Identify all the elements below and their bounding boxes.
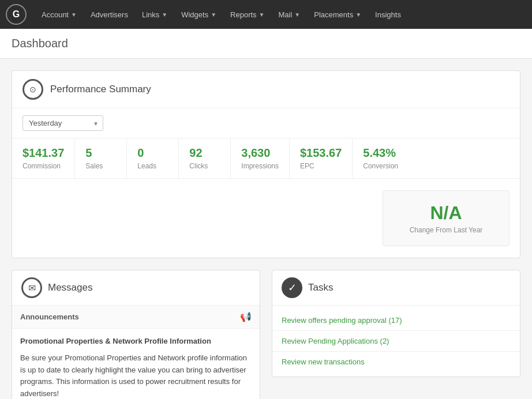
mail-dropdown-arrow: ▼	[294, 12, 300, 18]
metric-clicks: 92 Clicks	[179, 138, 231, 178]
gauge-icon: ⊙	[23, 79, 43, 100]
metric-epc: $153.67 EPC	[290, 138, 353, 178]
commission-value: $141.37	[23, 146, 64, 160]
metric-impressions: 3,630 Impressions	[231, 138, 290, 178]
metric-commission: $141.37 Commission	[12, 138, 75, 178]
bottom-row: ✉ Messages Announcements 📢 Promotional P…	[12, 270, 520, 399]
nia-label: Change From Last Year	[406, 226, 486, 234]
task-item-0[interactable]: Review offers pending approval (17)	[272, 310, 520, 331]
tasks-check-icon: ✓	[282, 277, 302, 298]
impressions-value: 3,630	[241, 146, 279, 160]
conversion-value: 5.43%	[363, 146, 398, 160]
sales-value: 5	[85, 146, 116, 160]
epc-value: $153.67	[300, 146, 342, 160]
page-title: Dashboard	[12, 37, 520, 50]
page-header: Dashboard	[0, 29, 532, 59]
date-dropdown-wrapper: Yesterday Today Last 7 Days Last 30 Days…	[23, 115, 103, 131]
impressions-label: Impressions	[241, 162, 279, 170]
tasks-list: Review offers pending approval (17) Revi…	[272, 306, 520, 377]
tasks-column: ✓ Tasks Review offers pending approval (…	[272, 270, 520, 399]
messages-card: ✉ Messages Announcements 📢 Promotional P…	[12, 270, 260, 399]
sales-label: Sales	[85, 162, 116, 170]
nav-item-widgets[interactable]: Widgets ▼	[175, 7, 222, 22]
tasks-card: ✓ Tasks Review offers pending approval (…	[272, 270, 520, 377]
conversion-label: Conversion	[363, 162, 398, 170]
date-dropdown[interactable]: Yesterday Today Last 7 Days Last 30 Days…	[23, 115, 103, 131]
announcement-body: Be sure your Promotional Properties and …	[20, 352, 252, 399]
leads-label: Leads	[137, 162, 168, 170]
commission-label: Commission	[23, 162, 64, 170]
announcements-header: Announcements 📢	[12, 306, 260, 329]
performance-summary-card: ⊙ Performance Summary Yesterday Today La…	[12, 70, 520, 258]
announcement-title: Promotional Properties & Network Profile…	[20, 336, 252, 348]
announcements-body: Promotional Properties & Network Profile…	[12, 329, 260, 399]
tasks-header: ✓ Tasks	[272, 270, 520, 306]
messages-icon: ✉	[21, 277, 42, 298]
nia-section: N/A Change From Last Year	[12, 179, 520, 258]
epc-label: EPC	[300, 162, 342, 170]
tasks-title: Tasks	[308, 282, 333, 293]
nav-item-account[interactable]: Account ▼	[36, 7, 83, 22]
metrics-row: $141.37 Commission 5 Sales 0 Leads 92 Cl…	[12, 138, 520, 179]
metric-conversion: 5.43% Conversion	[353, 138, 409, 178]
metric-leads: 0 Leads	[127, 138, 179, 178]
date-filter-row: Yesterday Today Last 7 Days Last 30 Days…	[12, 108, 520, 138]
main-content: ⊙ Performance Summary Yesterday Today La…	[0, 59, 532, 399]
nav-item-reports[interactable]: Reports ▼	[224, 7, 270, 22]
reports-dropdown-arrow: ▼	[259, 12, 265, 18]
account-dropdown-arrow: ▼	[71, 12, 77, 18]
leads-value: 0	[137, 146, 168, 160]
performance-summary-header: ⊙ Performance Summary	[12, 71, 520, 108]
app-logo[interactable]: G	[6, 4, 27, 25]
nav-item-mail[interactable]: Mail ▼	[273, 7, 306, 22]
placements-dropdown-arrow: ▼	[355, 12, 361, 18]
widgets-dropdown-arrow: ▼	[211, 12, 216, 18]
clicks-value: 92	[189, 146, 220, 160]
nav-items: Account ▼ Advertisers Links ▼ Widgets ▼ …	[36, 7, 407, 22]
nia-value: N/A	[406, 202, 486, 224]
messages-title: Messages	[48, 282, 92, 293]
nav-item-advertisers[interactable]: Advertisers	[85, 7, 134, 22]
metric-sales: 5 Sales	[75, 138, 127, 178]
nav-item-insights[interactable]: Insights	[369, 7, 407, 22]
task-item-1[interactable]: Review Pending Applications (2)	[272, 331, 520, 352]
messages-header: ✉ Messages	[12, 270, 260, 306]
performance-summary-title: Performance Summary	[50, 84, 151, 95]
megaphone-icon: 📢	[240, 311, 252, 322]
nia-box: N/A Change From Last Year	[383, 190, 509, 246]
clicks-label: Clicks	[189, 162, 220, 170]
messages-column: ✉ Messages Announcements 📢 Promotional P…	[12, 270, 260, 399]
navbar: G Account ▼ Advertisers Links ▼ Widgets …	[0, 0, 532, 29]
nav-item-placements[interactable]: Placements ▼	[308, 7, 367, 22]
task-item-2[interactable]: Review new transactions	[272, 352, 520, 372]
announcements-title: Announcements	[20, 313, 79, 321]
nav-item-links[interactable]: Links ▼	[136, 7, 173, 22]
links-dropdown-arrow: ▼	[162, 12, 167, 18]
